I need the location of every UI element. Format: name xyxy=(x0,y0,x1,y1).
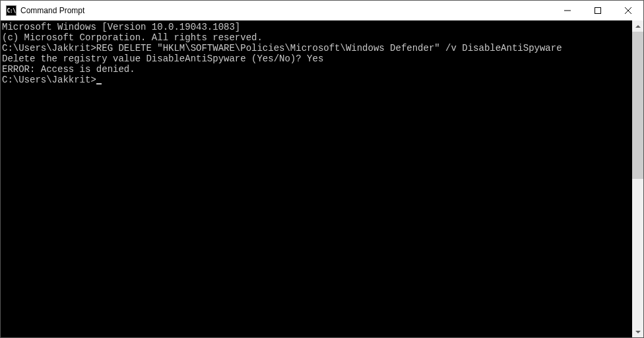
terminal-line: (c) Microsoft Corporation. All rights re… xyxy=(2,32,632,43)
scroll-thumb[interactable] xyxy=(632,32,643,179)
scroll-up-arrow-icon[interactable] xyxy=(632,20,643,32)
window-title: Command Prompt xyxy=(20,6,84,15)
terminal-prompt: C:\Users\Jakkrit> xyxy=(2,75,96,85)
terminal-line: C:\Users\Jakkrit>REG DELETE "HKLM\SOFTWA… xyxy=(2,43,632,53)
scroll-down-arrow-icon[interactable] xyxy=(632,326,643,337)
cursor xyxy=(96,83,102,84)
titlebar-controls xyxy=(552,1,643,20)
scroll-track[interactable] xyxy=(632,32,643,326)
terminal-prompt-line: C:\Users\Jakkrit> xyxy=(2,75,632,85)
titlebar[interactable]: C:\ Command Prompt xyxy=(1,1,643,20)
terminal-line: ERROR: Access is denied. xyxy=(2,64,632,75)
terminal-content[interactable]: Microsoft Windows [Version 10.0.19043.10… xyxy=(1,20,632,337)
minimize-button[interactable] xyxy=(552,1,583,20)
cmd-icon: C:\ xyxy=(6,5,16,16)
vertical-scrollbar[interactable] xyxy=(632,20,643,337)
terminal-area: Microsoft Windows [Version 10.0.19043.10… xyxy=(1,20,643,337)
command-prompt-window: C:\ Command Prompt Microsoft Windows [Ve… xyxy=(0,0,644,338)
svg-marker-4 xyxy=(635,25,641,28)
svg-rect-1 xyxy=(595,8,601,14)
close-button[interactable] xyxy=(613,1,643,20)
terminal-line: Microsoft Windows [Version 10.0.19043.10… xyxy=(2,22,632,32)
svg-marker-5 xyxy=(635,331,641,333)
terminal-line: Delete the registry value DisableAntiSpy… xyxy=(2,53,632,64)
titlebar-left: C:\ Command Prompt xyxy=(1,5,84,16)
maximize-button[interactable] xyxy=(583,1,613,20)
